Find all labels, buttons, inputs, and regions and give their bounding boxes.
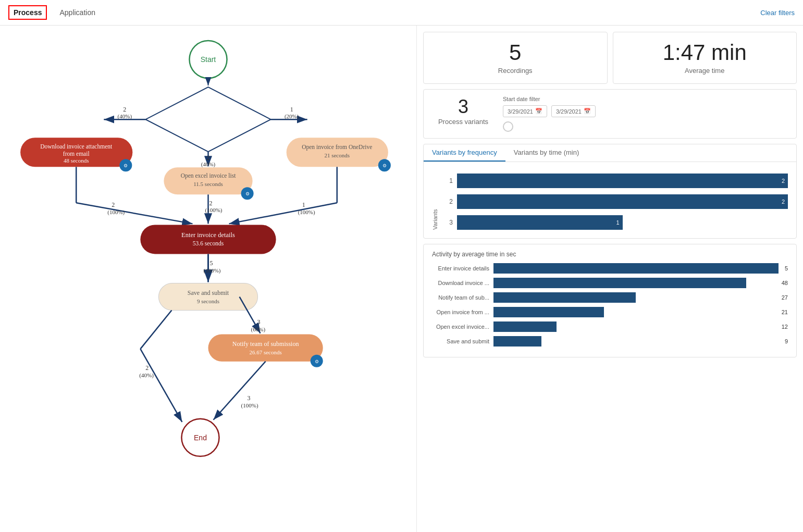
svg-text:1: 1 xyxy=(302,201,305,208)
activity-bar-download xyxy=(493,278,746,288)
activity-bar-onedrive xyxy=(493,307,604,317)
stats-row: 5 Recordings 1:47 min Average time xyxy=(423,32,797,84)
chart-tabs: Variants by frequency Variants by time (… xyxy=(424,144,796,162)
svg-text:(40%): (40%) xyxy=(201,161,216,168)
svg-text:Open invoice from OneDrive: Open invoice from OneDrive xyxy=(302,144,372,151)
right-panel: 5 Recordings 1:47 min Average time 3 Pro… xyxy=(417,26,803,532)
calendar-to-icon[interactable]: 📅 xyxy=(584,108,591,115)
variants-chart-card: Variants by frequency Variants by time (… xyxy=(423,144,797,239)
svg-text:2: 2 xyxy=(209,200,213,207)
svg-line-55 xyxy=(214,362,266,420)
svg-text:9 seconds: 9 seconds xyxy=(197,298,219,304)
svg-text:(100%): (100%) xyxy=(205,207,222,214)
tab-application[interactable]: Application xyxy=(57,4,97,21)
bar-row-3: 3 1 xyxy=(442,215,788,230)
svg-text:(60%): (60%) xyxy=(251,326,266,333)
bar-row-1: 1 2 xyxy=(442,174,788,188)
activity-bar-excel xyxy=(493,321,557,332)
svg-line-27 xyxy=(76,203,192,224)
svg-text:48 seconds: 48 seconds xyxy=(64,157,89,164)
bar-row-2: 2 2 xyxy=(442,194,788,209)
tab-by-time[interactable]: Variants by time (min) xyxy=(505,144,587,162)
recordings-value: 5 xyxy=(509,42,521,64)
svg-text:26.67 seconds: 26.67 seconds xyxy=(249,349,281,355)
bar-fill-1: 2 xyxy=(457,174,788,188)
svg-text:⚙: ⚙ xyxy=(382,163,387,168)
svg-text:⚙: ⚙ xyxy=(315,359,319,364)
svg-text:2: 2 xyxy=(145,364,149,372)
svg-line-48 xyxy=(140,349,182,422)
svg-text:Open excel invoice list: Open excel invoice list xyxy=(181,172,237,179)
activity-row-save: Save and submit 9 xyxy=(432,336,788,347)
activity-bar-notify xyxy=(493,292,636,303)
svg-text:53.6 seconds: 53.6 seconds xyxy=(193,240,224,246)
svg-text:5: 5 xyxy=(210,259,213,267)
svg-text:1: 1 xyxy=(290,106,293,113)
diamond-node xyxy=(145,87,270,152)
svg-line-30 xyxy=(229,203,337,224)
activity-bar-save xyxy=(493,336,541,347)
date-from-value: 3/29/2021 xyxy=(508,108,533,115)
activity-row-enter: Enter invoice details 5 xyxy=(432,263,788,274)
variants-bar-chart: 1 2 2 2 xyxy=(442,174,788,230)
date-to-value: 3/29/2021 xyxy=(556,108,582,115)
bar-fill-2: 2 xyxy=(457,194,788,209)
enter-node[interactable] xyxy=(140,225,276,254)
svg-text:Start: Start xyxy=(201,55,216,64)
svg-text:End: End xyxy=(194,434,207,442)
svg-text:from email: from email xyxy=(63,151,90,157)
bar-fill-3: 1 xyxy=(457,215,623,230)
activity-chart-title: Activity by average time in sec xyxy=(432,251,788,258)
svg-text:2: 2 xyxy=(207,154,210,162)
svg-text:(100%): (100%) xyxy=(241,402,258,409)
activity-row-download: Download invoice ... 48 xyxy=(432,278,788,288)
date-to-input[interactable]: 3/29/2021 📅 xyxy=(551,105,596,117)
tab-process[interactable]: Process xyxy=(8,5,47,20)
calendar-from-icon[interactable]: 📅 xyxy=(535,108,542,115)
header: Process Application Clear filters xyxy=(0,0,803,26)
svg-text:Download invoice attachment: Download invoice attachment xyxy=(40,143,113,150)
svg-text:2: 2 xyxy=(123,106,126,113)
average-time-card: 1:47 min Average time xyxy=(613,32,797,84)
svg-text:(100%): (100%) xyxy=(107,209,125,216)
svg-text:3: 3 xyxy=(248,394,251,402)
svg-text:(40%): (40%) xyxy=(118,113,132,120)
date-filter-card: 3 Process variants Start date filter 3/2… xyxy=(423,89,797,139)
variants-info: 3 Process variants xyxy=(432,96,495,126)
average-time-value: 1:47 min xyxy=(663,42,747,64)
svg-text:(100%): (100%) xyxy=(203,267,220,274)
svg-text:11.5 seconds: 11.5 seconds xyxy=(193,181,223,187)
svg-text:(40%): (40%) xyxy=(139,372,154,379)
clear-filters-button[interactable]: Clear filters xyxy=(760,9,795,17)
svg-text:⚙: ⚙ xyxy=(123,163,128,168)
svg-line-47 xyxy=(140,311,171,349)
date-section: Start date filter 3/29/2021 📅 3/29/2021 … xyxy=(503,96,788,132)
save-node[interactable] xyxy=(158,283,257,311)
variants-chart-inner: Variants 1 2 2 xyxy=(424,162,796,238)
average-time-label: Average time xyxy=(685,67,724,75)
svg-text:(20%): (20%) xyxy=(285,113,299,120)
activity-card: Activity by average time in sec Enter in… xyxy=(423,244,797,357)
recordings-label: Recordings xyxy=(498,67,533,75)
y-axis-label: Variants xyxy=(432,168,438,230)
recordings-card: 5 Recordings xyxy=(423,32,608,84)
svg-text:3: 3 xyxy=(257,318,261,326)
svg-text:Notify team of submission: Notify team of submission xyxy=(232,340,299,348)
date-filter-label: Start date filter xyxy=(503,96,788,102)
variants-value: 3 xyxy=(458,96,468,118)
activity-bar-enter xyxy=(493,263,779,274)
date-filter-radio[interactable] xyxy=(503,121,513,132)
activity-row-onedrive: Open invoice from ... 21 xyxy=(432,307,788,317)
svg-text:21 seconds: 21 seconds xyxy=(324,152,350,158)
date-inputs[interactable]: 3/29/2021 📅 3/29/2021 📅 xyxy=(503,105,788,117)
variants-label: Process variants xyxy=(438,118,488,126)
svg-text:Enter invoice details: Enter invoice details xyxy=(181,231,235,239)
date-from-input[interactable]: 3/29/2021 📅 xyxy=(503,105,547,117)
svg-text:⚙: ⚙ xyxy=(245,191,250,196)
tab-by-frequency[interactable]: Variants by frequency xyxy=(424,144,505,162)
activity-row-notify: Notify team of sub... 27 xyxy=(432,292,788,303)
svg-text:2: 2 xyxy=(112,201,115,208)
svg-text:Save and submit: Save and submit xyxy=(188,289,229,296)
notify-node[interactable] xyxy=(208,335,323,362)
flow-panel: Start 2 (40%) 2 (40%) 1 (20%) Download i… xyxy=(0,26,417,532)
